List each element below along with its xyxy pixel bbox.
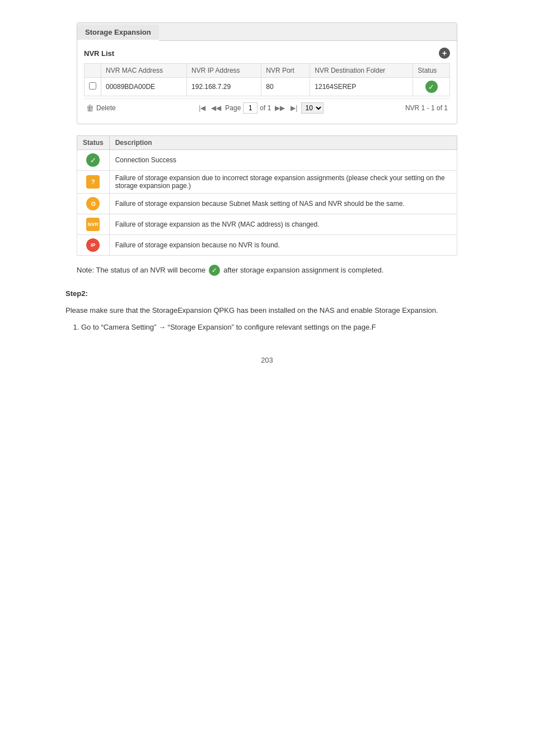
page-label: Page: [225, 104, 241, 112]
add-nvr-button[interactable]: +: [439, 48, 450, 59]
next-page-nav[interactable]: ▶▶: [273, 104, 287, 112]
status-legend-row: IP Failure of storage expansion because …: [77, 235, 457, 256]
status-icon-cell: IP: [77, 235, 110, 256]
row-ip: 192.168.7.29: [187, 78, 261, 96]
delete-button[interactable]: 🗑 Delete: [86, 104, 116, 112]
step2-list-item-1: Go to “Camera Setting” → “Storage Expans…: [81, 321, 469, 334]
note-suffix: after storage expansion assignment is co…: [223, 265, 383, 276]
status-description: Failure of storage expansion due to inco…: [109, 171, 457, 194]
note-section: Note: The status of an NVR will become ✓…: [77, 265, 457, 276]
status-description: Failure of storage expansion as the NVR …: [109, 214, 457, 235]
orange-q-icon: ?: [86, 175, 100, 189]
status-legend-row: ⊙ Failure of storage expansion because S…: [77, 194, 457, 214]
col-status: Status: [413, 64, 450, 78]
note-prefix: Note: The status of an NVR will become: [77, 265, 205, 276]
table-row: 00089BDA00DE 192.168.7.29 80 12164SEREP …: [85, 78, 450, 96]
nvr-list-title: NVR List: [84, 49, 114, 58]
row-status: ✓: [413, 78, 450, 96]
content-section: Step2: Please make sure that the Storage…: [65, 288, 469, 334]
row-checkbox-cell: [85, 78, 101, 96]
row-port: 80: [261, 78, 310, 96]
status-legend-col-description: Description: [109, 136, 457, 150]
col-ip-address: NVR IP Address: [187, 64, 261, 78]
panel-body: NVR List + NVR MAC Address NVR IP Addres…: [77, 41, 457, 124]
status-icon-cell: ⊙: [77, 194, 110, 214]
nvr-table: NVR MAC Address NVR IP Address NVR Port …: [84, 63, 450, 96]
status-legend-col-status: Status: [77, 136, 110, 150]
step2-list: Go to “Camera Setting” → “Storage Expans…: [81, 321, 469, 334]
step2-label: Step2:: [65, 288, 469, 300]
step2-paragraph1: Please make sure that the StorageExpansi…: [65, 304, 469, 317]
status-legend-table: Status Description ✓ Connection Success …: [77, 135, 457, 256]
row-checkbox[interactable]: [89, 82, 96, 90]
trash-icon: 🗑: [86, 104, 94, 112]
status-description: Failure of storage expansion because Sub…: [109, 194, 457, 214]
status-icon-cell: ✓: [77, 150, 110, 171]
first-page-nav[interactable]: |◀: [197, 104, 207, 112]
status-legend-row: ✓ Connection Success: [77, 150, 457, 171]
storage-expansion-panel: Storage Expansion NVR List + NVR MAC Add…: [77, 22, 457, 124]
nvr-count: NVR 1 - 1 of 1: [405, 104, 448, 112]
pagination-controls: |◀ ◀◀ Page of 1 ▶▶ ▶| 10 25 50: [197, 102, 324, 114]
status-description: Connection Success: [109, 150, 457, 171]
page-input[interactable]: [243, 102, 257, 114]
prev-page-nav[interactable]: ◀◀: [209, 104, 223, 112]
green-check-icon: ✓: [86, 153, 100, 167]
status-check-icon: ✓: [425, 81, 438, 93]
status-icon-cell: NVR: [77, 214, 110, 235]
storage-expansion-tab[interactable]: Storage Expansion: [77, 25, 159, 41]
status-legend-row: NVR Failure of storage expansion as the …: [77, 214, 457, 235]
ip-icon: IP: [86, 238, 100, 252]
last-page-nav[interactable]: ▶|: [289, 104, 299, 112]
per-page-select[interactable]: 10 25 50: [301, 102, 324, 114]
col-destination-folder: NVR Destination Folder: [310, 64, 413, 78]
pagination-bar: 🗑 Delete |◀ ◀◀ Page of 1 ▶▶ ▶| 10 25 50 …: [84, 98, 450, 117]
col-mac-address: NVR MAC Address: [101, 64, 187, 78]
orange-circle-icon: ⊙: [86, 197, 100, 210]
nvr-list-header: NVR List +: [84, 48, 450, 59]
of-label: of 1: [260, 104, 271, 112]
col-port: NVR Port: [261, 64, 310, 78]
status-icon-cell: ?: [77, 171, 110, 194]
note-line: Note: The status of an NVR will become ✓…: [77, 265, 457, 276]
inline-check-icon: ✓: [209, 265, 220, 276]
status-description: Failure of storage expansion because no …: [109, 235, 457, 256]
status-legend-row: ? Failure of storage expansion due to in…: [77, 171, 457, 194]
row-mac: 00089BDA00DE: [101, 78, 187, 96]
col-checkbox: [85, 64, 101, 78]
page-number: 203: [22, 356, 512, 364]
row-folder: 12164SEREP: [310, 78, 413, 96]
delete-label: Delete: [96, 104, 116, 112]
panel-tab-bar: Storage Expansion: [77, 23, 457, 41]
nvr-icon: NVR: [86, 218, 100, 231]
